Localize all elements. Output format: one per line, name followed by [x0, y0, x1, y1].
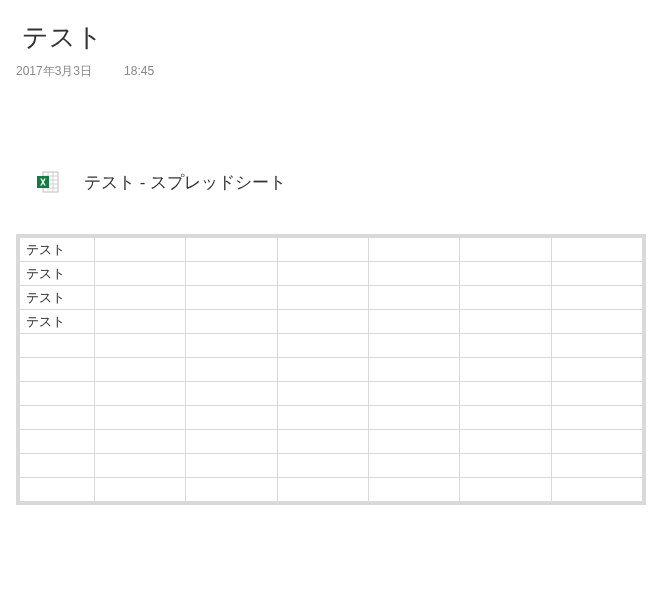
table-cell	[368, 358, 459, 382]
table-cell	[95, 334, 186, 358]
table-cell	[20, 430, 95, 454]
table-cell	[95, 286, 186, 310]
table-cell	[460, 454, 551, 478]
table-cell	[460, 334, 551, 358]
table-cell	[551, 406, 642, 430]
table-cell	[277, 286, 368, 310]
table-cell	[186, 454, 277, 478]
table-cell	[368, 262, 459, 286]
table-cell	[95, 430, 186, 454]
table-row	[20, 454, 643, 478]
table-cell	[186, 478, 277, 502]
table-cell	[551, 310, 642, 334]
table-cell: テスト	[20, 262, 95, 286]
table-cell	[277, 238, 368, 262]
table-cell	[95, 238, 186, 262]
table-cell	[186, 382, 277, 406]
attachment-row[interactable]: テスト - スプレッドシート	[0, 170, 662, 194]
table-cell	[95, 310, 186, 334]
table-cell	[368, 310, 459, 334]
table-cell	[186, 262, 277, 286]
table-cell	[460, 310, 551, 334]
table-cell	[368, 382, 459, 406]
table-cell	[460, 478, 551, 502]
table-cell	[460, 430, 551, 454]
table-cell	[277, 358, 368, 382]
table-cell	[20, 406, 95, 430]
table-cell	[186, 430, 277, 454]
table-cell	[551, 262, 642, 286]
attachment-label: テスト - スプレッドシート	[84, 171, 286, 194]
table-cell	[368, 430, 459, 454]
table-cell	[368, 334, 459, 358]
table-cell	[186, 358, 277, 382]
table-row	[20, 382, 643, 406]
table-cell	[277, 382, 368, 406]
table-row	[20, 334, 643, 358]
table-cell	[186, 286, 277, 310]
table-cell	[551, 382, 642, 406]
table-cell	[95, 406, 186, 430]
table-cell	[95, 382, 186, 406]
table-cell	[95, 478, 186, 502]
table-cell	[20, 334, 95, 358]
table-cell	[460, 382, 551, 406]
table-cell	[368, 454, 459, 478]
table-row	[20, 430, 643, 454]
table-cell	[460, 262, 551, 286]
table-cell	[277, 454, 368, 478]
table-cell	[368, 406, 459, 430]
table-row	[20, 478, 643, 502]
table-cell	[186, 406, 277, 430]
table-row	[20, 406, 643, 430]
page-title: テスト	[0, 0, 662, 63]
table-cell	[277, 262, 368, 286]
table-cell	[95, 454, 186, 478]
table-cell	[20, 454, 95, 478]
table-row: テスト	[20, 238, 643, 262]
table-cell	[20, 358, 95, 382]
table-cell	[551, 454, 642, 478]
table-cell	[551, 358, 642, 382]
table-cell	[186, 310, 277, 334]
table-cell	[277, 430, 368, 454]
table-cell	[95, 358, 186, 382]
table-cell	[551, 286, 642, 310]
table-cell: テスト	[20, 310, 95, 334]
page-meta: 2017年3月3日 18:45	[0, 63, 662, 80]
table-cell	[186, 238, 277, 262]
table-cell	[460, 406, 551, 430]
table-cell	[551, 430, 642, 454]
table-cell	[551, 334, 642, 358]
table-cell	[368, 478, 459, 502]
table-cell	[277, 406, 368, 430]
table-cell	[551, 238, 642, 262]
spreadsheet-table: テストテストテストテスト	[19, 237, 643, 502]
table-row: テスト	[20, 310, 643, 334]
excel-icon	[36, 170, 60, 194]
table-row: テスト	[20, 286, 643, 310]
page-time: 18:45	[124, 64, 154, 78]
table-cell	[460, 238, 551, 262]
table-cell	[277, 334, 368, 358]
table-cell	[460, 358, 551, 382]
table-row	[20, 358, 643, 382]
table-cell	[551, 478, 642, 502]
table-cell	[368, 238, 459, 262]
table-cell	[95, 262, 186, 286]
table-cell	[460, 286, 551, 310]
table-cell	[277, 478, 368, 502]
table-cell	[186, 334, 277, 358]
table-cell	[20, 478, 95, 502]
spreadsheet-preview: テストテストテストテスト	[16, 234, 646, 505]
table-cell	[277, 310, 368, 334]
table-cell	[20, 382, 95, 406]
table-cell	[368, 286, 459, 310]
table-cell: テスト	[20, 238, 95, 262]
page-date: 2017年3月3日	[16, 63, 92, 80]
table-cell: テスト	[20, 286, 95, 310]
table-row: テスト	[20, 262, 643, 286]
